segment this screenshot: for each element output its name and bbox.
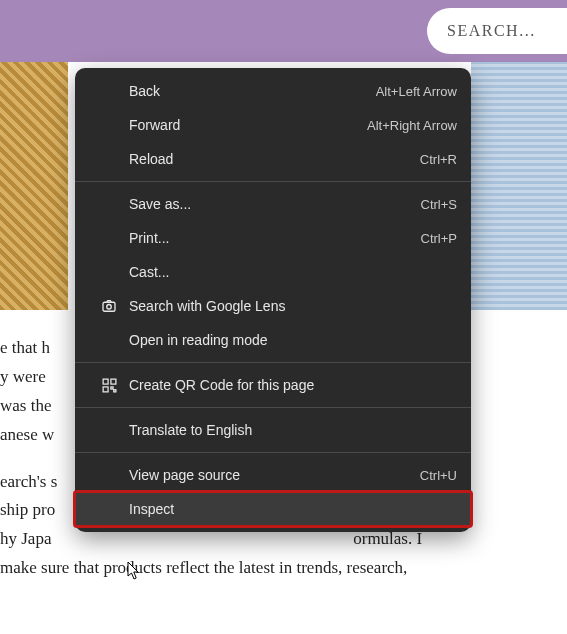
menu-label: Print... [129, 230, 421, 246]
svg-rect-3 [110, 379, 115, 384]
menu-print[interactable]: Print... Ctrl+P [75, 221, 471, 255]
menu-translate[interactable]: Translate to English [75, 413, 471, 447]
svg-point-1 [107, 305, 112, 310]
menu-forward[interactable]: Forward Alt+Right Arrow [75, 108, 471, 142]
menu-shortcut: Ctrl+S [421, 197, 457, 212]
menu-shortcut: Ctrl+P [421, 231, 457, 246]
menu-label: Cast... [129, 264, 457, 280]
menu-label: Back [129, 83, 376, 99]
top-bar: SEARCH... [0, 0, 567, 62]
menu-label: Create QR Code for this page [129, 377, 457, 393]
menu-google-lens[interactable]: Search with Google Lens [75, 289, 471, 323]
menu-separator [75, 452, 471, 453]
menu-shortcut: Ctrl+U [420, 468, 457, 483]
menu-label: Open in reading mode [129, 332, 457, 348]
context-menu: Back Alt+Left Arrow Forward Alt+Right Ar… [75, 68, 471, 532]
search-input[interactable]: SEARCH... [427, 8, 567, 54]
menu-shortcut: Alt+Right Arrow [367, 118, 457, 133]
menu-label: Forward [129, 117, 367, 133]
menu-reading-mode[interactable]: Open in reading mode [75, 323, 471, 357]
search-placeholder: SEARCH... [447, 22, 536, 40]
menu-label: Inspect [129, 501, 457, 517]
qr-code-icon [89, 377, 129, 394]
menu-save-as[interactable]: Save as... Ctrl+S [75, 187, 471, 221]
menu-qr-code[interactable]: Create QR Code for this page [75, 368, 471, 402]
svg-rect-2 [103, 379, 108, 384]
menu-separator [75, 407, 471, 408]
svg-rect-5 [110, 386, 112, 388]
svg-rect-4 [103, 386, 108, 391]
menu-label: Reload [129, 151, 420, 167]
hero-image-right [471, 62, 567, 310]
menu-back[interactable]: Back Alt+Left Arrow [75, 74, 471, 108]
menu-cast[interactable]: Cast... [75, 255, 471, 289]
menu-inspect[interactable]: Inspect [75, 492, 471, 526]
menu-separator [75, 181, 471, 182]
menu-label: Translate to English [129, 422, 457, 438]
svg-rect-0 [103, 302, 115, 311]
menu-view-source[interactable]: View page source Ctrl+U [75, 458, 471, 492]
article-line: make sure that products reflect the late… [0, 554, 567, 583]
menu-reload[interactable]: Reload Ctrl+R [75, 142, 471, 176]
camera-icon [89, 297, 129, 315]
menu-label: Search with Google Lens [129, 298, 457, 314]
svg-rect-6 [113, 389, 115, 391]
menu-separator [75, 362, 471, 363]
menu-shortcut: Ctrl+R [420, 152, 457, 167]
menu-shortcut: Alt+Left Arrow [376, 84, 457, 99]
hero-image-left [0, 62, 68, 310]
menu-label: Save as... [129, 196, 421, 212]
menu-label: View page source [129, 467, 420, 483]
